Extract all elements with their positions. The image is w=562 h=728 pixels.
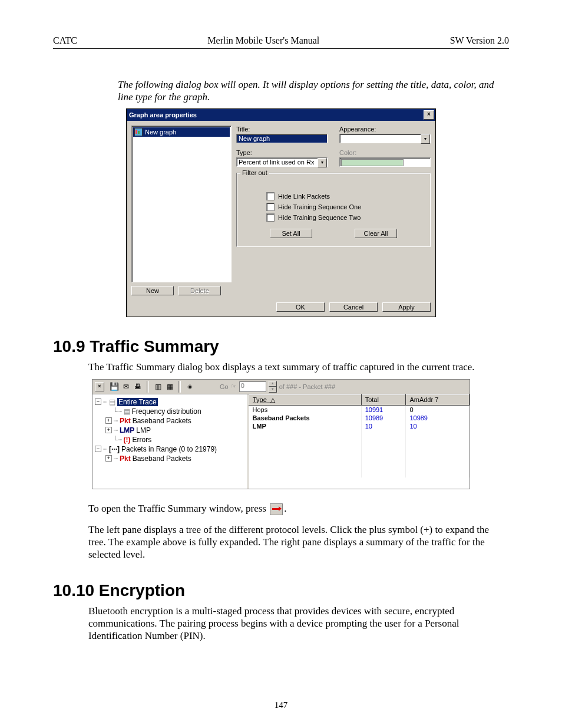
new-button[interactable]: New [131,286,174,295]
go-input[interactable]: 0 [239,381,266,392]
page-icon: ▤ [124,407,130,416]
graph-properties-dialog: Graph area properties × New graph New De… [126,108,436,317]
checkbox[interactable] [266,203,275,211]
tree-node[interactable]: Frequency distribution [132,407,201,416]
print-icon[interactable]: 🖶 [133,381,143,392]
table-row[interactable]: Baseband Packets 10989 10989 [249,414,470,422]
delete-button: Delete [178,286,221,295]
chevron-down-icon[interactable]: ▾ [318,158,327,167]
clear-all-button[interactable]: Clear All [355,229,397,238]
close-icon[interactable]: × [95,382,104,391]
grid-icon[interactable]: ▦ [164,381,175,392]
tree-root[interactable]: Entire Trace [117,398,158,406]
go-context: of ### - Packet ### [279,383,335,390]
tree-node[interactable]: Packets in Range (0 to 21979) [121,445,217,453]
pkt-icon: Pkt [120,454,131,463]
error-icon: (!) [124,436,131,444]
go-label: Go [220,383,229,390]
open-summary-text: To open the Traffic Summary window, pres… [88,502,509,515]
col-type[interactable]: Type △ [249,394,362,405]
toolbar: × 💾 ✉ 🖶 ▥ ▦ 🞛 Go ☞ 0 ▲▼ of ### - Packet … [92,380,470,394]
expand-icon[interactable]: + [105,455,112,462]
separator [178,381,181,393]
options-icon[interactable]: 🞛 [184,381,195,392]
section-heading-traffic: 10.9 Traffic Summary [53,337,509,356]
email-icon[interactable]: ✉ [121,381,131,392]
hdr-left: CATC [53,35,77,46]
checkbox[interactable] [266,213,275,222]
tree-node[interactable]: Baseband Packets [133,454,191,463]
dialog-title: Graph area properties [129,111,197,118]
tree-node[interactable]: LMP [136,426,151,434]
graph-item-label: New graph [145,129,176,136]
traffic-summary-window: × 💾 ✉ 🖶 ▥ ▦ 🞛 Go ☞ 0 ▲▼ of ### - Packet … [92,379,470,489]
intro-text: The following dialog box will open. It w… [118,78,503,104]
color-label: Color: [339,149,431,156]
collapse-icon[interactable]: − [95,398,101,405]
graph-list-item[interactable]: New graph [133,127,230,137]
checkbox[interactable] [266,192,275,200]
type-label: Type: [236,149,328,156]
traffic-arrow-icon[interactable] [270,503,283,515]
type-select[interactable]: Percent of link used on Rx [236,157,328,167]
filter-groupbox: Filter out Hide Link Packets Hide Traini… [236,173,431,247]
hdr-center: Merlin Mobile User's Manual [207,35,319,46]
filter-label: Filter out [240,169,269,176]
chevron-down-icon[interactable]: ▾ [421,134,430,144]
separator [147,381,149,393]
chart-icon [134,128,143,136]
color-swatch[interactable] [339,157,431,167]
tree-pane[interactable]: −┈ ▤ Entire Trace └┈▤ Frequency distribu… [92,394,249,489]
page-icon: ▤ [109,398,115,406]
range-icon: [∙∙∙] [109,445,120,453]
table-row[interactable]: LMP 10 10 [249,422,470,430]
col-amaddr[interactable]: AmAddr 7 [406,394,470,405]
encryption-paragraph: Bluetooth encryption is a multi-staged p… [88,605,509,643]
page-icon[interactable]: ▥ [153,381,163,392]
dialog-titlebar: Graph area properties × [127,109,435,121]
tree-node[interactable]: Errors [133,436,152,444]
collapse-icon[interactable]: − [95,446,101,452]
chk-label: Hide Link Packets [278,193,330,200]
spin-buttons[interactable]: ▲▼ [269,381,277,393]
graph-list[interactable]: New graph [131,126,232,282]
hdr-right: SW Version 2.0 [450,35,509,46]
summary-table: Type △ Total AmAddr 7 Hops 10991 0 Baseb… [249,394,470,477]
apply-button[interactable]: Apply [382,302,431,312]
ok-button[interactable]: OK [276,302,325,312]
lmp-icon: LMP [120,426,134,434]
appearance-select[interactable] [339,134,431,143]
expand-icon[interactable]: + [105,417,112,424]
cancel-button[interactable]: Cancel [329,302,378,312]
pointer-icon[interactable]: ☞ [231,383,237,390]
page-header: CATC Merlin Mobile User's Manual SW Vers… [53,35,509,49]
save-icon[interactable]: 💾 [109,381,120,392]
section-heading-encryption: 10.10 Encryption [53,581,509,600]
page-number: 147 [0,700,562,710]
col-total[interactable]: Total [361,394,406,405]
appearance-label: Appearance: [339,126,431,133]
table-pane: Type △ Total AmAddr 7 Hops 10991 0 Baseb… [249,394,470,489]
expand-icon[interactable]: + [105,427,112,433]
chk-label: Hide Training Sequence Two [278,214,361,221]
traffic-paragraph: The Traffic Summary dialog box displays … [88,361,509,373]
tree-node[interactable]: Baseband Packets [133,417,191,425]
title-input[interactable]: New graph [236,134,328,143]
set-all-button[interactable]: Set All [270,229,312,238]
table-row[interactable]: Hops 10991 0 [249,405,470,414]
chk-label: Hide Training Sequence One [278,203,361,210]
panes-explain-text: The left pane displays a tree of the dif… [88,523,509,561]
title-label: Title: [236,126,328,133]
pkt-icon: Pkt [120,417,131,425]
close-icon[interactable]: × [424,110,434,120]
